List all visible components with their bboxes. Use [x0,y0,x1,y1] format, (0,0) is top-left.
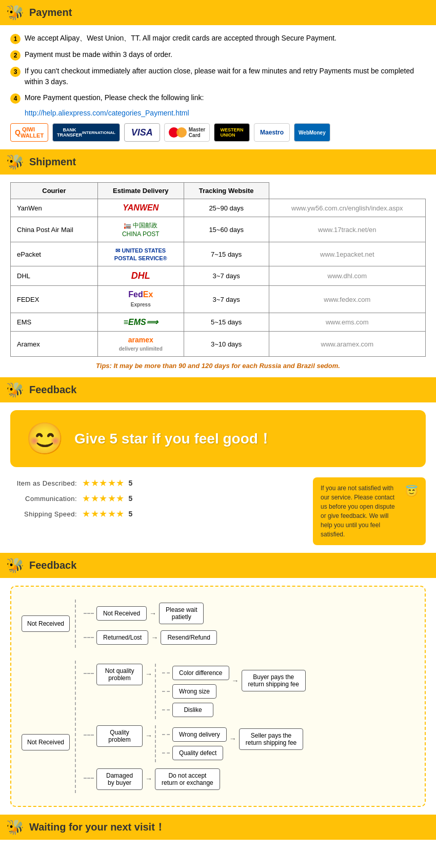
courier-name: ePacket [11,242,98,266]
feedback1-section: 🐝 Feedback 😊 Give 5 star if you feel goo… [0,377,436,553]
flow-box-wait: Please waitpatietly [159,603,204,624]
delivery-days: 15~60 days [184,217,269,242]
dashed-h [162,691,170,692]
courier-logo-cell: aramexdelivery unlimited [97,332,184,357]
rating-num-communication: 5 [129,494,133,503]
waiting-section: 🐝 Waiting for your next visit！ [0,815,436,840]
courier-logo-cell: DHL [97,266,184,286]
flow-box-not-received: Not Received [96,606,147,621]
fedex-logo: FedEx Express [128,290,153,308]
flow-branch-returned: Returned/Lost → Resend/Refund [84,630,217,645]
flow-group-1: Not Received Not Received → Please waitp… [22,600,414,648]
delivery-days: 5~15 days [184,313,269,332]
col-courier: Courier [11,183,98,199]
sub-row-quality-defect: Quality defect [162,746,227,760]
sub-row-dislike: Dislike [162,703,229,717]
bee-icon-feedback1: 🐝 [6,381,24,398]
arrow-icon: → [149,609,156,618]
courier-logo-cell: 🏣 中国邮政CHINA POST [97,217,184,242]
shipment-title: Shipment [29,156,76,168]
payment-point-3: 3 If you can't checkout immediately afte… [10,66,426,87]
arrow-icon: → [232,677,239,685]
flow-box-dislike: Dislike [172,703,213,717]
table-row: FEDEX FedEx Express 3~7 days www.fedex.c… [11,286,426,313]
give-star-text: Give 5 star if you feel good！ [74,429,272,449]
flow-box-returned-lost: Returned/Lost [96,630,148,645]
flow-box-not-quality: Not qualityproblem [96,664,143,685]
col-tracking: Tracking Website [184,183,269,199]
courier-name: China Post Air Mail [11,217,98,242]
flow-box-resend-refund: Resend/Refund [161,630,216,645]
bee-icon-shipment: 🐝 [6,153,24,170]
shipment-content: Courier Estimate Delivery Tracking Websi… [0,175,436,377]
webmoney-icon: WebMoney [294,123,330,142]
dashed-h [162,672,170,673]
tracking-url: www.dhl.com [269,266,425,286]
arrow-icon: → [229,735,236,743]
feedback2-content: Not Received Not Received → Please waitp… [0,578,436,815]
payment-link[interactable]: http://help.aliexpress.com/categories_Pa… [25,109,426,117]
courier-name: Aramex [11,332,98,357]
not-quality-sub: Color difference Wrong size Dislike [155,664,229,719]
point-num-3: 3 [10,67,21,77]
delivery-days: 3~7 days [184,286,269,313]
payment-text-4: More Payment question, Please check the … [25,92,204,103]
rating-label-described: Item as Described: [10,479,77,487]
feedback2-title: Feedback [29,560,76,571]
satisfaction-text: If you are not satisfied with our servic… [321,484,401,539]
rating-rows: Item as Described: ★★★★★ 5 Communication… [10,477,303,524]
dashed-h [162,734,170,735]
maestro-icon: Maestro [254,123,290,142]
feedback1-content: 😊 Give 5 star if you feel good！ Item as … [0,402,436,553]
payment-text-3: If you can't checkout immediately after … [25,66,426,87]
rating-label-shipping: Shipping Speed: [10,510,77,518]
sub-row-wrong-delivery: Wrong delivery [162,727,227,742]
qiwi-icon: Q QIWIWALLET [10,123,48,142]
dashed-h [84,735,94,736]
shipment-tips: Tips: It may be more than 90 and 120 day… [10,362,426,370]
courier-name: DHL [11,266,98,286]
ems-logo: ≡EMS⟹ [124,318,158,326]
tracking-url: www.aramex.com [269,332,425,357]
dashed-h [84,637,94,638]
tracking-url: www.yw56.com.cn/english/index.aspx [269,199,425,217]
yanwen-logo: YANWEN [123,203,158,212]
courier-name: YanWen [11,199,98,217]
visa-icon: VISA [124,123,160,142]
bee-icon-waiting: 🐝 [6,819,24,836]
payment-icons: Q QIWIWALLET BANKTRANSFERINTERNATIONAL V… [10,123,426,142]
flow-box-color-diff: Color difference [172,666,229,680]
flow-group-2: Not Received Not qualityproblem → Color … [22,661,414,793]
rating-item-communication: Communication: ★★★★★ 5 [10,493,303,504]
arrow-icon: → [151,633,158,642]
table-row: YanWen YANWEN 25~90 days www.yw56.com.cn… [11,199,426,217]
payment-section: 🐝 Payment 1 We accept Alipay、West Union、… [0,0,436,149]
flow-label-not-received-1: Not Received [22,615,70,632]
stars-described: ★★★★★ [82,477,125,489]
courier-name: EMS [11,313,98,332]
col-delivery: Estimate Delivery [97,183,184,199]
table-row: China Post Air Mail 🏣 中国邮政CHINA POST 15~… [11,217,426,242]
table-row: ePacket ✉ UNITED STATESPOSTAL SERVICE® 7… [11,242,426,266]
flow-box-damaged: Damagedby buyer [96,768,143,790]
flow-branches-2: Not qualityproblem → Color difference Wr… [75,661,306,793]
flow-branches-1: Not Received → Please waitpatietly Retur… [75,600,217,648]
point-num-4: 4 [10,93,21,104]
courier-logo-cell: FedEx Express [97,286,184,313]
table-row: EMS ≡EMS⟹ 5~15 days www.ems.com [11,313,426,332]
payment-text-2: Payment must be made within 3 days of or… [25,49,172,60]
point-num-2: 2 [10,50,21,61]
flow-box-wrong-size: Wrong size [172,684,216,699]
delivery-days: 3~10 days [184,332,269,357]
payment-point-2: 2 Payment must be made within 3 days of … [10,49,426,61]
waiting-title: Waiting for your next visit！ [29,820,165,834]
sub-row-wrong-size: Wrong size [162,684,229,699]
flowchart: Not Received Not Received → Please waitp… [10,586,426,807]
waiting-header: 🐝 Waiting for your next visit！ [0,815,436,840]
shipment-table: Courier Estimate Delivery Tracking Websi… [10,182,426,357]
flow-box-wrong-delivery: Wrong delivery [172,727,227,742]
courier-logo-cell: ≡EMS⟹ [97,313,184,332]
table-row: Aramex aramexdelivery unlimited 3~10 day… [11,332,426,357]
usps-logo: ✉ UNITED STATESPOSTAL SERVICE® [114,247,167,261]
rating-item-described: Item as Described: ★★★★★ 5 [10,477,303,489]
